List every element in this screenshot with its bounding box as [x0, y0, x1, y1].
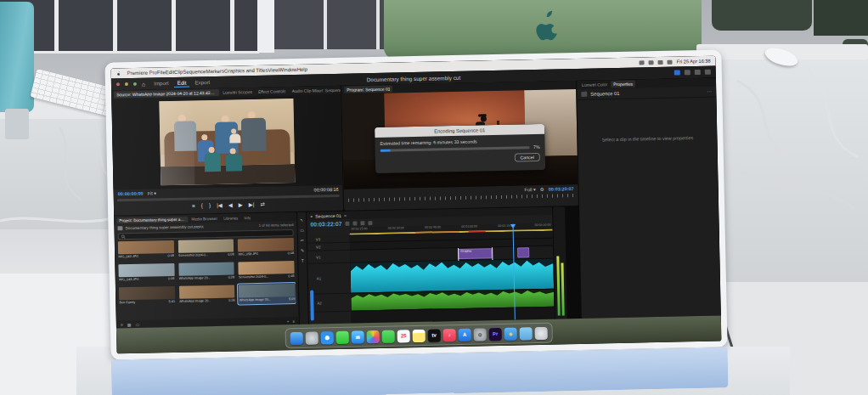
cancel-button[interactable]: Cancel: [514, 153, 540, 162]
project-item[interactable]: IMG_042.JPG 0:08: [117, 240, 175, 261]
tool-icon[interactable]: ▭: [300, 228, 304, 233]
home-icon[interactable]: ⌂: [142, 81, 145, 87]
linked-selection-icon[interactable]: [352, 221, 357, 225]
project-item[interactable]: Screenshot 2024-0... 0:08: [177, 238, 234, 259]
menu-item[interactable]: Markers: [206, 69, 224, 74]
sequence-tab[interactable]: Sequence 01: [315, 212, 341, 218]
breadcrumb[interactable]: Documentary thing super assembly cut.prp…: [125, 224, 204, 230]
track-header[interactable]: V1: [307, 251, 350, 264]
transport-button[interactable]: ▶: [239, 201, 243, 208]
track-header[interactable]: A1: [307, 263, 351, 295]
project-item[interactable]: WhatsApp Image 20... 0:06: [178, 284, 236, 305]
tool-icon[interactable]: ↖: [300, 217, 303, 223]
menu-item[interactable]: Premiere Pro: [127, 70, 157, 76]
track-header[interactable]: A2: [308, 294, 351, 313]
menu-item[interactable]: View: [268, 67, 279, 72]
dock-app-icon[interactable]: Pr: [489, 327, 502, 340]
status-icon[interactable]: [668, 59, 673, 64]
tool-icon[interactable]: ✎: [301, 248, 304, 253]
dock-app-icon[interactable]: [290, 331, 303, 344]
menu-item[interactable]: Graphics and Titles: [224, 68, 268, 74]
view-mode-icon[interactable]: ▭: [135, 321, 139, 326]
panel-tab[interactable]: Properties: [611, 81, 635, 88]
menu-item[interactable]: Window: [279, 67, 296, 72]
timeline-settings-icon[interactable]: [368, 221, 372, 225]
markers-icon[interactable]: [360, 221, 364, 225]
graphic-clip[interactable]: [517, 247, 529, 257]
menu-item[interactable]: Help: [297, 67, 307, 72]
dock-app-icon[interactable]: tv: [428, 329, 441, 341]
transport-button[interactable]: }: [209, 202, 211, 209]
panel-menu-icon[interactable]: ≡: [344, 212, 347, 217]
dock-app-icon[interactable]: [535, 326, 548, 339]
timeline-timecode[interactable]: 00:03:22:07: [310, 220, 341, 227]
project-item[interactable]: IMG_043.JPG 0:05: [117, 262, 175, 284]
project-tool-icon[interactable]: x: [292, 319, 295, 324]
workspace-tab[interactable]: Export: [191, 78, 213, 87]
transport-button[interactable]: ⇄: [260, 201, 265, 208]
dock-app-icon[interactable]: [336, 330, 349, 343]
menu-item[interactable]: Sequence: [183, 69, 206, 75]
panel-tab[interactable]: Audio Clip Mixer: Sequence 01: [290, 87, 341, 95]
close-window-button[interactable]: [116, 82, 120, 86]
dock-app-icon[interactable]: [321, 331, 334, 344]
transport-button[interactable]: ◀: [228, 202, 233, 209]
menu-item[interactable]: Edit: [166, 70, 174, 75]
minimize-window-button[interactable]: [125, 82, 128, 86]
source-timecode[interactable]: 00:00:00:00: [118, 191, 144, 197]
project-item[interactable]: Screenshot 2024-0... 0:45: [238, 260, 296, 281]
workspace-tab[interactable]: Import: [150, 79, 172, 88]
source-zoom-select[interactable]: Fit ▾: [148, 190, 157, 195]
workspace-tab[interactable]: Edit: [174, 79, 190, 87]
panel-tab[interactable]: Libraries: [221, 215, 241, 221]
zoom-window-button[interactable]: [133, 82, 137, 86]
menubar-clock[interactable]: Fri 25 Apr 16:38: [677, 59, 711, 65]
dock-app-icon[interactable]: A: [459, 328, 471, 341]
panel-tab[interactable]: Program: Sequence 01: [344, 86, 393, 93]
dock-app-icon[interactable]: 25: [397, 330, 410, 342]
panel-menu-icon[interactable]: ⋯: [707, 89, 712, 94]
apple-menu-icon[interactable]: [116, 71, 121, 76]
dock-app-icon[interactable]: [413, 329, 426, 341]
panel-tab[interactable]: Lumetri Scopes: [220, 88, 255, 96]
track-lanes[interactable]: Graphic: [350, 231, 555, 324]
project-tool-icon[interactable]: +: [286, 319, 289, 324]
panel-tab[interactable]: Effect Controls: [256, 87, 289, 95]
dock-app-icon[interactable]: ⚙: [474, 328, 487, 341]
transport-button[interactable]: |◀: [217, 202, 223, 209]
panel-tab[interactable]: Project: Documentary thing super assembl…: [116, 216, 188, 223]
project-item[interactable]: Ben Family 5:41: [118, 285, 176, 307]
tool-icon[interactable]: ✂: [301, 238, 304, 243]
status-icon[interactable]: [649, 60, 654, 65]
status-icon[interactable]: [640, 60, 645, 65]
panel-tab[interactable]: Media Browser: [189, 215, 220, 222]
source-viewer[interactable]: [111, 94, 342, 190]
panel-tab[interactable]: Info: [241, 215, 253, 221]
dock-app-icon[interactable]: ☀: [504, 327, 517, 340]
project-item[interactable]: WhatsApp Image 20... 0:28: [178, 261, 235, 282]
view-mode-icon[interactable]: ▦: [127, 322, 132, 327]
program-viewer[interactable]: Encoding Sequence 01 Estimated time rema…: [341, 89, 578, 189]
program-zoom-select[interactable]: Full ▾: [525, 187, 536, 192]
snap-icon[interactable]: [345, 221, 349, 225]
timeline-scrollbar[interactable]: [310, 291, 314, 321]
menu-item[interactable]: File: [157, 70, 166, 75]
view-mode-icon[interactable]: ≡: [121, 322, 123, 327]
transport-button[interactable]: {: [201, 202, 203, 209]
tool-icon[interactable]: T: [302, 258, 304, 263]
menu-item[interactable]: Clip: [174, 70, 183, 75]
dock-app-icon[interactable]: [367, 330, 380, 342]
dock-app-icon[interactable]: [382, 330, 395, 342]
status-icon[interactable]: [658, 59, 663, 64]
transport-button[interactable]: ≡: [192, 202, 195, 209]
settings-wrench-icon[interactable]: ⚙: [540, 187, 544, 192]
close-icon[interactable]: ×: [310, 213, 313, 218]
dock-app-icon[interactable]: ♪: [443, 329, 456, 341]
panel-tab[interactable]: Lumetri Color: [579, 81, 610, 88]
project-item[interactable]: IMG_058.JPG 0:08: [237, 237, 295, 258]
dock-app-icon[interactable]: [306, 331, 318, 344]
quick-export-icon[interactable]: [674, 70, 680, 75]
track-a1[interactable]: [350, 259, 554, 294]
fullscreen-icon[interactable]: [705, 70, 711, 75]
share-icon[interactable]: [685, 70, 690, 75]
